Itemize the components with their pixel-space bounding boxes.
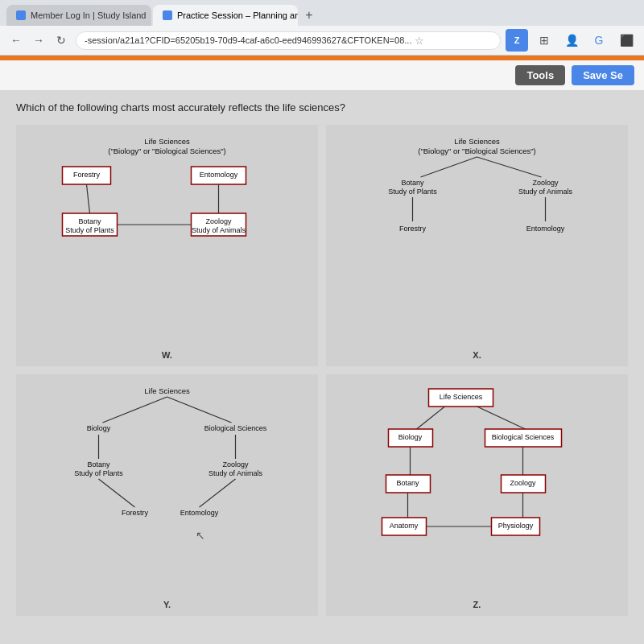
w-entomology-label: Entomology: [200, 171, 238, 179]
diagram-y: Life Sciences Biology Biological Science…: [16, 374, 318, 616]
grid-icon[interactable]: ⊞: [533, 29, 555, 52]
tab-favicon-1: [16, 10, 26, 20]
diagram-z-svg: Life Sciences Biology Biological Science…: [334, 382, 620, 600]
z-lifesciences-label: Life Sciences: [440, 393, 483, 401]
z-physiology-label: Physiology: [498, 522, 534, 530]
url-text: -session/a21a1?CFID=65205b19-70d9-4caf-a…: [85, 35, 411, 45]
z-botany-label: Botany: [396, 479, 419, 487]
diagram-w-svg: Life Sciences ("Biology" or "Biological …: [24, 133, 310, 342]
x-entomology-label: Entomology: [526, 225, 565, 233]
z-zoology-label: Zoology: [510, 479, 536, 487]
y-forestry-label: Forestry: [122, 509, 149, 517]
w-botany-label1: Botany: [78, 217, 101, 225]
address-bar: ← → ↻ -session/a21a1?CFID=65205b19-70d9-…: [0, 26, 644, 55]
bookmark-icon[interactable]: ☆: [415, 35, 424, 47]
z-biosciences-label: Biological Sciences: [492, 433, 555, 441]
z-biology-label: Biology: [398, 433, 423, 441]
x-line-root-botany: [421, 157, 477, 177]
save-button[interactable]: Save Se: [572, 65, 634, 85]
tab-bar: Member Log In | Study Island ✕ Practice …: [0, 0, 644, 26]
z-anatomy-label: Anatomy: [390, 522, 419, 530]
diagram-x-label: X.: [473, 350, 481, 360]
z-line-root-biosciences: [477, 407, 526, 429]
diagram-x-svg: Life Sciences ("Biology" or "Biological …: [334, 133, 620, 342]
y-biology-label: Biology: [87, 424, 111, 432]
y-line-root-biology: [103, 397, 167, 423]
x-zoology-label2: Study of Animals: [518, 188, 573, 196]
diagram-z-label: Z.: [473, 600, 481, 609]
y-cursor-icon: ↖: [196, 529, 205, 542]
diagram-w-title1: Life Sciences: [144, 137, 190, 146]
x-botany-label1: Botany: [401, 179, 424, 187]
w-line-forestry-botany: [87, 184, 90, 213]
y-zoology-label2: Study of Animals: [208, 469, 263, 477]
profile-icon[interactable]: 👤: [560, 29, 583, 52]
question-text: Which of the following charts most accur…: [16, 101, 628, 114]
diagrams-grid: Life Sciences ("Biology" or "Biological …: [16, 125, 628, 616]
forward-button[interactable]: →: [29, 31, 48, 50]
browser-actions: Z ⊞ 👤 G ⬛: [506, 29, 638, 52]
main-content: Which of the following charts most accur…: [0, 90, 644, 644]
y-line-zoology-entomology: [200, 479, 236, 507]
url-box[interactable]: -session/a21a1?CFID=65205b19-70d9-4caf-a…: [76, 31, 501, 50]
tab-member-login[interactable]: Member Log In | Study Island ✕: [6, 5, 151, 26]
y-botany-label2: Study of Plants: [74, 469, 123, 477]
top-action-bar: Tools Save Se: [0, 60, 644, 90]
tab-favicon-2: [163, 10, 172, 20]
new-tab-button[interactable]: +: [299, 6, 319, 25]
diagram-y-svg: Life Sciences Biology Biological Science…: [24, 382, 310, 600]
cast-icon[interactable]: ⬛: [615, 29, 638, 52]
diagram-x-title2: ("Biology" or "Biological Sciences"): [418, 147, 536, 155]
diagram-x-title1: Life Sciences: [454, 137, 500, 146]
tools-button[interactable]: Tools: [515, 65, 565, 85]
y-entomology-label: Entomology: [180, 509, 219, 517]
tab-close-1[interactable]: ✕: [151, 10, 152, 21]
chrome-icon[interactable]: G: [588, 29, 610, 52]
y-line-botany-forestry: [99, 479, 135, 507]
w-forestry-label: Forestry: [73, 171, 101, 179]
y-zoology-label1: Zoology: [222, 460, 249, 469]
browser-chrome: Member Log In | Study Island ✕ Practice …: [0, 0, 644, 56]
y-botany-label1: Botany: [87, 460, 110, 469]
extensions-icon[interactable]: Z: [506, 29, 528, 52]
diagram-w: Life Sciences ("Biology" or "Biological …: [16, 125, 318, 366]
tab-practice[interactable]: Practice Session – Planning and ✕: [153, 5, 298, 26]
diagram-y-label: Y.: [163, 600, 171, 609]
x-forestry-label: Forestry: [399, 225, 427, 233]
tab-label-1: Member Log In | Study Island: [31, 10, 147, 20]
diagram-w-label: W.: [162, 350, 172, 360]
y-biosciences-label: Biological Sciences: [204, 424, 267, 432]
tab-label-2: Practice Session – Planning and: [177, 10, 298, 20]
diagram-z: Life Sciences Biology Biological Science…: [326, 374, 628, 616]
diagram-w-title2: ("Biology" or "Biological Sciences"): [108, 147, 226, 155]
w-botany-label2: Study of Plants: [65, 226, 114, 234]
w-zoology-label1: Zoology: [205, 217, 232, 225]
z-line-root-biology: [417, 407, 445, 429]
diagram-x: Life Sciences ("Biology" or "Biological …: [326, 125, 628, 366]
y-line-root-biosciences: [167, 397, 232, 423]
x-botany-label2: Study of Plants: [388, 188, 437, 196]
back-button[interactable]: ←: [6, 31, 26, 50]
x-line-root-zoology: [477, 157, 542, 177]
x-zoology-label1: Zoology: [532, 179, 559, 187]
reload-button[interactable]: ↻: [52, 31, 71, 50]
w-zoology-label2: Study of Animals: [192, 226, 246, 234]
diagram-y-title: Life Sciences: [144, 386, 190, 395]
nav-buttons: ← → ↻: [6, 31, 71, 50]
